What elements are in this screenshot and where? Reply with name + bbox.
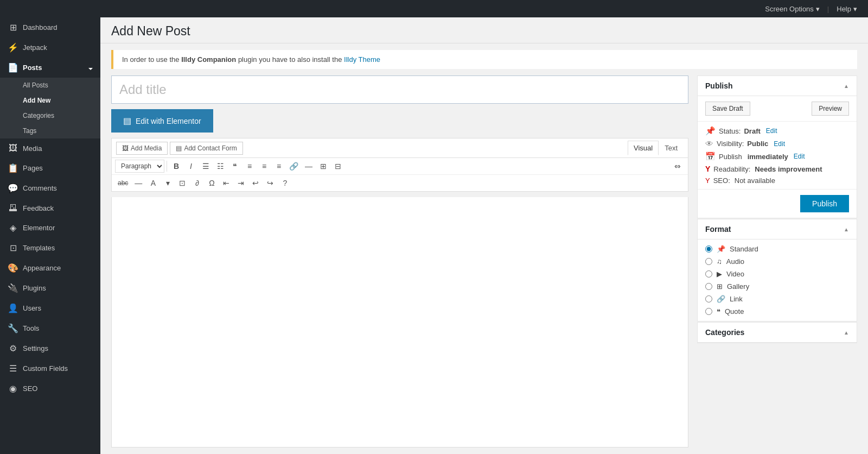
- format-gallery[interactable]: ⊞ Gallery: [705, 282, 849, 291]
- toolbar-format-row2: abc — A ▾ ⊡ ∂ Ω ⇤ ⇥ ↩ ↪ ?: [112, 175, 688, 191]
- format-standard[interactable]: 📌 Standard: [705, 245, 849, 253]
- publish-button[interactable]: Publish: [800, 195, 849, 212]
- format-standard-radio[interactable]: [705, 245, 712, 253]
- contact-form-icon: ▤: [176, 144, 182, 152]
- format-audio-icon: ♫: [717, 257, 722, 266]
- format-video-radio[interactable]: [705, 270, 712, 278]
- sidebar-item-seo[interactable]: ◉ SEO: [0, 379, 100, 399]
- format-quote[interactable]: ❝ Quote: [705, 307, 849, 316]
- add-media-button[interactable]: 🖼 Add Media: [116, 142, 168, 155]
- sidebar-item-settings[interactable]: ⚙ Settings: [0, 338, 100, 358]
- help-label: Help: [837, 5, 851, 13]
- sidebar-item-tags[interactable]: Tags: [8, 123, 100, 138]
- toolbar-expand-button[interactable]: ⇔: [671, 160, 685, 173]
- status-edit-link[interactable]: Edit: [766, 127, 777, 135]
- publish-timing-value: immediately: [748, 153, 788, 161]
- undo-button[interactable]: ↩: [248, 176, 263, 190]
- paste-text-button[interactable]: ⊡: [175, 176, 189, 190]
- format-quote-radio[interactable]: [705, 308, 712, 315]
- publish-panel-header[interactable]: Publish ▲: [698, 76, 857, 96]
- format-gallery-radio[interactable]: [705, 283, 712, 290]
- categories-panel-header[interactable]: Categories ▲: [698, 323, 857, 343]
- sidebar-item-pages[interactable]: 📋 Pages: [0, 158, 100, 178]
- publish-time-edit-link[interactable]: Edit: [794, 153, 805, 160]
- visibility-edit-link[interactable]: Edit: [774, 140, 785, 148]
- text-color-button[interactable]: A: [146, 176, 160, 190]
- sidebar-label-jetpack: Jetpack: [23, 43, 47, 52]
- unordered-list-button[interactable]: ☰: [199, 160, 213, 173]
- edit-with-elementor-button[interactable]: ▤ Edit with Elementor: [111, 109, 213, 133]
- redo-button[interactable]: ↪: [263, 176, 277, 190]
- editor-toolbar: 🖼 Add Media ▤ Add Contact Form Visual Te…: [111, 138, 688, 192]
- format-panel-header[interactable]: Format ▲: [698, 219, 857, 239]
- format-link-radio[interactable]: [705, 295, 712, 302]
- help-toolbar-button[interactable]: ?: [278, 176, 292, 190]
- ordered-list-button[interactable]: ☷: [213, 160, 227, 173]
- format-video-label: Video: [726, 270, 744, 278]
- sidebar-item-elementor[interactable]: ◈ Elementor: [0, 218, 100, 238]
- format-audio[interactable]: ♫ Audio: [705, 257, 849, 266]
- main-layout: ⊞ Dashboard ⚡ Jetpack 📄 Posts All Posts …: [0, 17, 868, 454]
- help-button[interactable]: Help ▾: [831, 3, 863, 15]
- dashboard-icon: ⊞: [8, 22, 18, 33]
- tab-text[interactable]: Text: [659, 141, 684, 155]
- bold-button[interactable]: B: [169, 160, 183, 173]
- paragraph-select[interactable]: Paragraph Heading 1 Heading 2 Heading 3: [115, 160, 164, 173]
- sidebar-item-add-new[interactable]: Add New: [8, 93, 100, 108]
- horizontal-rule-button[interactable]: —: [131, 176, 145, 190]
- table-button[interactable]: ⊞: [316, 160, 330, 173]
- sidebar-item-dashboard[interactable]: ⊞ Dashboard: [0, 17, 100, 37]
- align-center-button[interactable]: ≡: [257, 160, 271, 173]
- screen-options-button[interactable]: Screen Options ▾: [760, 3, 825, 15]
- align-right-button[interactable]: ≡: [272, 160, 286, 173]
- sidebar-item-feedback[interactable]: 🗳 Feedback: [0, 198, 100, 218]
- status-value: Draft: [744, 127, 760, 135]
- strikethrough-button[interactable]: abc: [115, 177, 131, 189]
- publish-timing-prefix: Publish: [719, 153, 742, 161]
- indent-button[interactable]: ⇥: [234, 176, 248, 190]
- link-button[interactable]: 🔗: [286, 160, 301, 173]
- notice-text-middle: plugin you have to also install the: [238, 55, 344, 64]
- main-content: Add New Post In order to use the Illdy C…: [100, 17, 868, 454]
- format-link[interactable]: 🔗 Link: [705, 295, 849, 303]
- sidebar-item-all-posts[interactable]: All Posts: [8, 78, 100, 93]
- special-char-button[interactable]: Ω: [205, 176, 219, 190]
- sidebar-label-settings: Settings: [23, 344, 48, 352]
- sidebar-item-templates[interactable]: ⊡ Templates: [0, 238, 100, 258]
- preview-button[interactable]: Preview: [812, 102, 849, 116]
- tab-visual[interactable]: Visual: [628, 141, 659, 155]
- sidebar-item-plugins[interactable]: 🔌 Plugins: [0, 278, 100, 298]
- sidebar-item-categories[interactable]: Categories: [8, 108, 100, 123]
- publish-actions: Save Draft Preview: [698, 96, 857, 122]
- text-color-picker[interactable]: ▾: [161, 176, 175, 190]
- sidebar-item-custom-fields[interactable]: ☰ Custom Fields: [0, 358, 100, 379]
- save-draft-button[interactable]: Save Draft: [705, 102, 750, 116]
- blockquote-button[interactable]: ❝: [228, 160, 242, 173]
- align-left-button[interactable]: ≡: [242, 160, 257, 173]
- sidebar-item-tools[interactable]: 🔧 Tools: [0, 318, 100, 338]
- plugins-icon: 🔌: [8, 283, 18, 293]
- more-button[interactable]: ⊟: [331, 160, 345, 173]
- sidebar-item-appearance[interactable]: 🎨 Appearance: [0, 258, 100, 278]
- sidebar-item-posts[interactable]: 📄 Posts: [0, 58, 100, 78]
- editor-body[interactable]: [111, 197, 688, 447]
- post-title-input[interactable]: [111, 75, 688, 104]
- format-video[interactable]: ▶ Video: [705, 270, 849, 278]
- readability-label: Readability:: [713, 165, 750, 173]
- outdent-button[interactable]: ⇤: [219, 176, 233, 190]
- sidebar-item-comments[interactable]: 💬 Comments: [0, 178, 100, 198]
- sidebar-item-media[interactable]: 🖼 Media: [0, 138, 100, 158]
- format-audio-radio[interactable]: [705, 258, 712, 265]
- hr-button[interactable]: —: [302, 160, 316, 173]
- sidebar-label-comments: Comments: [23, 184, 57, 192]
- italic-button[interactable]: I: [184, 160, 198, 173]
- categories-panel-title: Categories: [705, 328, 744, 337]
- screen-options-arrow: ▾: [816, 5, 820, 13]
- notice-theme-link[interactable]: Illdy Theme: [344, 55, 380, 64]
- status-label: Status:: [719, 127, 741, 135]
- publish-time-row: 📅 Publish immediately Edit: [705, 152, 849, 161]
- sidebar-item-jetpack[interactable]: ⚡ Jetpack: [0, 37, 100, 58]
- clear-format-button[interactable]: ∂: [190, 176, 204, 190]
- add-contact-form-button[interactable]: ▤ Add Contact Form: [170, 142, 242, 155]
- sidebar-item-users[interactable]: 👤 Users: [0, 298, 100, 318]
